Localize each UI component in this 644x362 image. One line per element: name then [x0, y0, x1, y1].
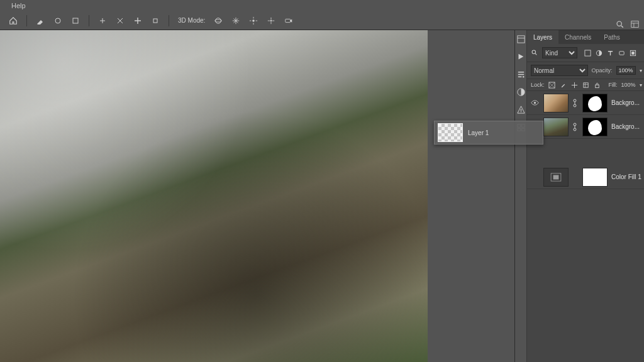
tool-icon[interactable]	[151, 16, 160, 25]
tool-icon[interactable]	[116, 16, 125, 25]
tab-paths[interactable]: Paths	[597, 30, 626, 44]
options-bar: 3D Mode:	[0, 11, 644, 30]
tab-layers[interactable]: Layers	[527, 30, 558, 44]
link-icon	[572, 99, 579, 107]
svg-point-27	[533, 102, 535, 104]
svg-point-11	[523, 76, 524, 77]
lock-paint-icon[interactable]	[560, 81, 567, 89]
filter-type-icon[interactable]	[606, 49, 614, 57]
svg-rect-26	[596, 85, 599, 88]
svg-point-5	[253, 19, 255, 22]
dolly-icon[interactable]	[249, 16, 258, 25]
adjustments-icon[interactable]	[515, 87, 526, 97]
layer-name[interactable]: Color Fill 1	[611, 173, 643, 180]
layer-row[interactable]: Backgro...	[527, 115, 644, 139]
tool-icon[interactable]	[36, 16, 45, 25]
layer-row[interactable]: Color Fill 1	[527, 165, 644, 189]
tab-channels[interactable]: Channels	[558, 30, 597, 44]
svg-point-8	[617, 21, 621, 26]
home-icon[interactable]	[9, 16, 18, 25]
svg-rect-25	[584, 82, 588, 87]
svg-rect-7	[286, 19, 291, 22]
svg-rect-10	[517, 35, 524, 42]
svg-rect-2	[153, 19, 157, 23]
history-icon[interactable]	[515, 34, 526, 44]
info-icon[interactable]	[515, 104, 526, 114]
menu-bar: Help	[0, 0, 644, 11]
menu-help[interactable]: Help	[11, 2, 26, 9]
pan-icon[interactable]	[231, 16, 240, 25]
tool-icon[interactable]	[71, 16, 80, 25]
mode-label: 3D Mode:	[178, 17, 205, 24]
right-rail: Layers Channels Paths Kind Normal Opacit…	[514, 30, 644, 362]
chevron-down-icon[interactable]: ▾	[640, 82, 642, 88]
layers-list: Backgro... Backgro... Color Fill 1	[527, 91, 644, 362]
tool-icon[interactable]	[98, 16, 107, 25]
layers-panel: Layers Channels Paths Kind Normal Opacit…	[527, 30, 644, 362]
separator	[89, 15, 89, 26]
svg-rect-33	[553, 175, 559, 179]
svg-point-0	[55, 18, 60, 23]
play-icon[interactable]	[515, 52, 526, 62]
panel-tab-bar: Layers Channels Paths	[527, 30, 644, 44]
fill-thumb[interactable]	[543, 168, 569, 187]
lock-all-icon[interactable]	[594, 81, 601, 89]
svg-rect-19	[584, 50, 590, 55]
camera-icon[interactable]	[284, 16, 293, 25]
link-icon	[572, 123, 579, 131]
svg-point-30	[574, 123, 576, 126]
visibility-icon[interactable]	[530, 99, 540, 107]
arrange-icon[interactable]	[630, 19, 639, 28]
collapsed-panel-strip	[515, 30, 527, 362]
lock-label: Lock:	[531, 82, 545, 88]
mask-thumb[interactable]	[582, 118, 608, 136]
workspace: Layers Channels Paths Kind Normal Opacit…	[0, 30, 644, 362]
search-icon[interactable]	[531, 49, 538, 57]
opacity-label: Opacity:	[592, 67, 613, 74]
svg-rect-1	[73, 18, 78, 23]
search-icon[interactable]	[615, 19, 624, 28]
layer-thumb[interactable]	[543, 94, 569, 112]
mask-thumb[interactable]	[582, 94, 608, 112]
layer-row[interactable]: Backgro...	[527, 91, 644, 115]
chevron-down-icon[interactable]: ▾	[640, 68, 642, 74]
blend-opacity-row: Normal Opacity: 100% ▾	[527, 62, 644, 79]
lock-position-icon[interactable]	[571, 81, 579, 89]
svg-rect-23	[631, 52, 635, 55]
layer-name: Layer 1	[468, 129, 489, 136]
lock-transparency-icon[interactable]	[548, 81, 556, 89]
blend-mode-select[interactable]: Normal	[531, 65, 588, 76]
canvas-area[interactable]	[0, 30, 514, 362]
filter-shape-icon[interactable]	[618, 49, 625, 57]
dragging-layer-row[interactable]: Layer 1	[434, 121, 543, 145]
svg-point-4	[215, 19, 222, 21]
lock-fill-row: Lock: Fill: 100% ▾	[527, 79, 644, 91]
drop-gap	[527, 139, 644, 165]
kind-select[interactable]: Kind	[542, 47, 577, 58]
layer-filter-row: Kind	[527, 44, 644, 62]
layer-thumb[interactable]	[543, 118, 569, 136]
layer-name[interactable]: Backgro...	[611, 123, 643, 130]
properties-icon[interactable]	[515, 69, 526, 79]
orbit-icon[interactable]	[214, 16, 223, 25]
target-icon[interactable]	[267, 16, 275, 25]
layer-thumb	[438, 123, 463, 142]
filter-smart-icon[interactable]	[629, 49, 636, 57]
svg-rect-9	[631, 21, 638, 27]
filter-adjust-icon[interactable]	[595, 49, 602, 57]
tool-icon[interactable]	[133, 16, 142, 25]
separator	[169, 15, 169, 26]
fill-value[interactable]: 100%	[621, 82, 636, 88]
layer-name[interactable]: Backgro...	[611, 99, 643, 106]
separator	[26, 15, 27, 26]
mask-thumb[interactable]	[582, 168, 608, 187]
fill-label: Fill:	[609, 82, 618, 88]
tool-icon[interactable]	[53, 16, 62, 25]
document-canvas[interactable]	[0, 30, 428, 362]
filter-pixel-icon[interactable]	[584, 49, 591, 57]
lock-artboard-icon[interactable]	[582, 81, 590, 89]
svg-point-28	[574, 99, 576, 102]
opacity-value[interactable]: 100%	[616, 66, 636, 75]
svg-point-6	[270, 19, 272, 21]
svg-point-31	[574, 128, 576, 131]
